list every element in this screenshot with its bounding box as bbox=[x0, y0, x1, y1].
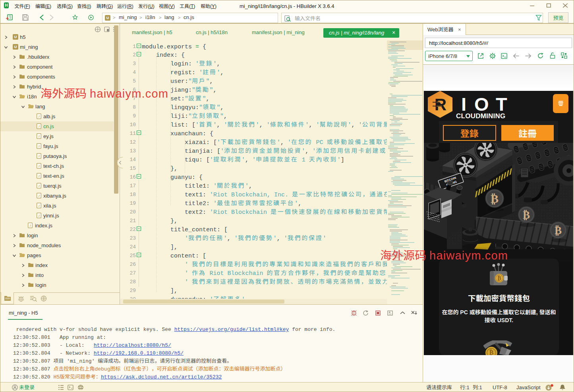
svg-text:J: J bbox=[38, 125, 40, 128]
svg-text:J: J bbox=[38, 194, 40, 197]
svg-text:J: J bbox=[38, 145, 40, 148]
svg-text:J: J bbox=[29, 224, 31, 227]
svg-text:J: J bbox=[38, 155, 40, 158]
svg-text:J: J bbox=[38, 115, 40, 118]
svg-text:J: J bbox=[38, 214, 40, 217]
svg-text:J: J bbox=[38, 204, 40, 207]
svg-text:J: J bbox=[38, 184, 40, 187]
svg-text:J: J bbox=[38, 175, 40, 177]
svg-text:₿: ₿ bbox=[489, 349, 494, 355]
svg-text:₿: ₿ bbox=[497, 275, 501, 281]
svg-text:J: J bbox=[38, 135, 40, 138]
svg-text:J: J bbox=[38, 165, 40, 167]
